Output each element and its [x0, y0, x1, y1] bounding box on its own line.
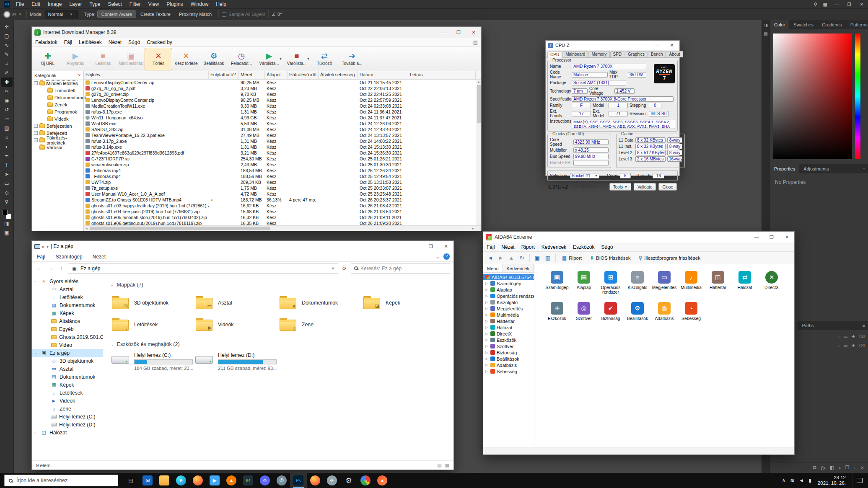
- taskbar-app[interactable]: ▲: [374, 473, 391, 488]
- folder-tile[interactable]: ↓ Letöltések: [111, 314, 194, 336]
- category-tile[interactable]: ▭ Megjelenítés: [651, 271, 678, 299]
- back-button[interactable]: ←: [35, 264, 44, 273]
- toolbar-button[interactable]: ➔ Tovább a...: [339, 48, 365, 70]
- expander-icon[interactable]: [42, 96, 46, 99]
- layers-footer-icon[interactable]: ❒: [845, 465, 849, 470]
- expand-arrow-icon[interactable]: ▷: [485, 288, 489, 292]
- explorer-titlebar[interactable]: ▸ ▾ | Ez a gép — ❐ ✕: [32, 241, 453, 252]
- tree-item[interactable]: ▷ Megjelenítés: [483, 305, 534, 312]
- expander-icon[interactable]: [42, 103, 46, 106]
- tool-icon[interactable]: ▢: [1, 31, 13, 41]
- back-icon[interactable]: ◄: [486, 253, 495, 263]
- tool-icon[interactable]: ✛: [1, 22, 13, 31]
- channel-action-icon[interactable]: ⌫: [859, 343, 865, 348]
- panel-tab[interactable]: Color: [770, 20, 789, 29]
- mode-select[interactable]: Normal▼: [45, 10, 78, 18]
- toolbar-button[interactable]: ▣ Mind leállítás: [117, 48, 144, 70]
- column-header[interactable]: Folytatható?: [209, 71, 239, 79]
- category-item[interactable]: Dokumentumok: [32, 94, 83, 101]
- maximize-button[interactable]: ❐: [451, 27, 466, 38]
- refresh-icon[interactable]: ⟳: [341, 266, 348, 271]
- menu-item[interactable]: Edit: [28, 0, 44, 8]
- sidebar-tab[interactable]: Menü: [483, 264, 503, 272]
- taskbar-app[interactable]: ▶: [206, 473, 223, 488]
- tree-item[interactable]: ▷ Eszközök: [483, 337, 534, 343]
- taskbar-app[interactable]: [189, 473, 206, 488]
- menu-item[interactable]: Riport: [518, 244, 538, 250]
- nav-item[interactable]: Általános: [32, 317, 103, 325]
- download-row[interactable]: Win11_Hungarian_x64.iso 4,99 GB Kész Oct…: [84, 115, 476, 121]
- taskbar-search-box[interactable]: Írjon ide a kereséshez: [4, 475, 118, 486]
- hue-slider[interactable]: [855, 34, 860, 159]
- scrollbar-thumb[interactable]: [477, 85, 481, 123]
- expander-icon[interactable]: [34, 145, 38, 149]
- taskbar-app[interactable]: ☺: [257, 473, 273, 488]
- taskbar-app[interactable]: ▤: [122, 473, 139, 488]
- driver-update-button[interactable]: ⚲Illesztőprogram frissítések: [635, 254, 704, 262]
- expander-icon[interactable]: −: [34, 81, 38, 85]
- brush-angle-control[interactable]: ∠0°: [272, 12, 282, 17]
- menu-extra-icon[interactable]: ▤: [470, 39, 481, 45]
- menu-item[interactable]: Súgó: [125, 39, 143, 45]
- saturation-brightness-picker[interactable]: [773, 34, 852, 159]
- tree-item[interactable]: ▷ Hálózat: [483, 324, 534, 330]
- nav-item[interactable]: Dokumentumok: [32, 301, 103, 309]
- tool-icon[interactable]: ◉: [1, 96, 13, 105]
- download-row[interactable]: g27q_20_og_hu_2.pdf 3,23 MB Kész Oct 22 …: [84, 85, 476, 91]
- close-button[interactable]: ✕: [779, 232, 794, 243]
- drive-tile[interactable]: Helyi lemez (D:) 211 GB szabad, méret: 9…: [194, 352, 278, 371]
- nav-item[interactable]: Letöltések: [32, 293, 103, 301]
- tool-icon[interactable]: ▭: [1, 179, 13, 188]
- taskbar-app[interactable]: Ps: [290, 473, 307, 488]
- socket-select[interactable]: Socket #1▼: [570, 173, 599, 178]
- chevron-icon[interactable]: ›: [34, 279, 38, 284]
- folder-tile[interactable]: ◪ Képek: [362, 292, 446, 314]
- download-row[interactable]: - Filmórás.mp4 188,56 MB Kész Oct 25 12:…: [84, 173, 476, 179]
- scrollbar-thumb[interactable]: [90, 227, 270, 230]
- folder-tile[interactable]: ♪ Zene: [278, 314, 362, 336]
- toolbar-button[interactable]: ✕ Kész törlése: [173, 48, 200, 70]
- category-tile[interactable]: ◎ Szoftver: [570, 302, 597, 330]
- chevron-icon[interactable]: ›: [34, 431, 38, 435]
- category-tile[interactable]: ⚙ Beállítások: [624, 302, 651, 330]
- expand-arrow-icon[interactable]: ▷: [485, 319, 489, 323]
- tool-icon[interactable]: ∿: [1, 41, 13, 50]
- maximize-button[interactable]: ❐: [423, 241, 438, 252]
- type-option-button[interactable]: Content-Aware: [98, 11, 136, 18]
- tree-item[interactable]: ▷ Multimédia: [483, 312, 534, 318]
- panel-tab[interactable]: Patterns: [846, 20, 868, 29]
- nav-item[interactable]: Dokumentumok: [32, 373, 103, 381]
- expander-icon[interactable]: [42, 117, 46, 121]
- taskbar-app[interactable]: e: [173, 473, 189, 488]
- type-option-button[interactable]: Proximity Match: [175, 11, 215, 18]
- tool-icon[interactable]: ▧: [1, 124, 13, 133]
- download-row[interactable]: ghosts.s01.e06.getting.out.(2019).hun.1c…: [84, 220, 476, 225]
- column-header[interactable]: Leírás: [408, 71, 476, 79]
- nav-item[interactable]: Video: [32, 341, 103, 349]
- category-tile[interactable]: ✔ Biztonság: [597, 302, 624, 330]
- expand-arrow-icon[interactable]: ▷: [485, 369, 489, 373]
- taskbar-app[interactable]: [156, 473, 173, 488]
- download-row[interactable]: C-723FHDRP7P.rar 254,30 MB Kész Oct 25 0…: [84, 156, 476, 162]
- download-row[interactable]: ghosts.s01.e03.happy.death.day.(2019).hu…: [84, 203, 476, 209]
- menu-item[interactable]: Type: [86, 0, 104, 8]
- download-row[interactable]: User Manual W10_Acer_1.0_A_A.pdf 4,72 MB…: [84, 191, 476, 197]
- quick-access-toolbar-icon[interactable]: ▸: [42, 244, 44, 249]
- column-header[interactable]: Átviteli sebesség: [319, 71, 358, 79]
- tray-icon[interactable]: ≋: [790, 478, 794, 483]
- cpuz-tab[interactable]: Bench: [648, 51, 666, 57]
- panel-menu-icon[interactable]: ≡: [860, 164, 868, 173]
- category-tile[interactable]: ✛ Eszközök: [544, 302, 570, 330]
- category-item[interactable]: Videók: [32, 115, 83, 122]
- folder-tile[interactable]: ≡ Dokumentumok: [278, 292, 362, 314]
- chevron-down-icon[interactable]: ▼: [331, 266, 335, 271]
- tool-icon[interactable]: ➤: [1, 170, 13, 179]
- expand-arrow-icon[interactable]: ▷: [485, 281, 489, 285]
- category-tile[interactable]: ◫ Háttértár: [705, 271, 731, 299]
- download-row[interactable]: UWT4.zip 209,34 KB Kész Oct 25 13:31:58 …: [84, 179, 476, 185]
- explorer-search-box[interactable]: Keresés: Ez a gép: [351, 263, 450, 274]
- taskbar-app[interactable]: 64: [240, 473, 257, 488]
- color-swatches[interactable]: [2, 210, 11, 219]
- nav-item[interactable]: Letöltések: [32, 389, 103, 397]
- drive-tile[interactable]: Helyi lemez (C:) 184 GB szabad, méret: 2…: [111, 352, 194, 371]
